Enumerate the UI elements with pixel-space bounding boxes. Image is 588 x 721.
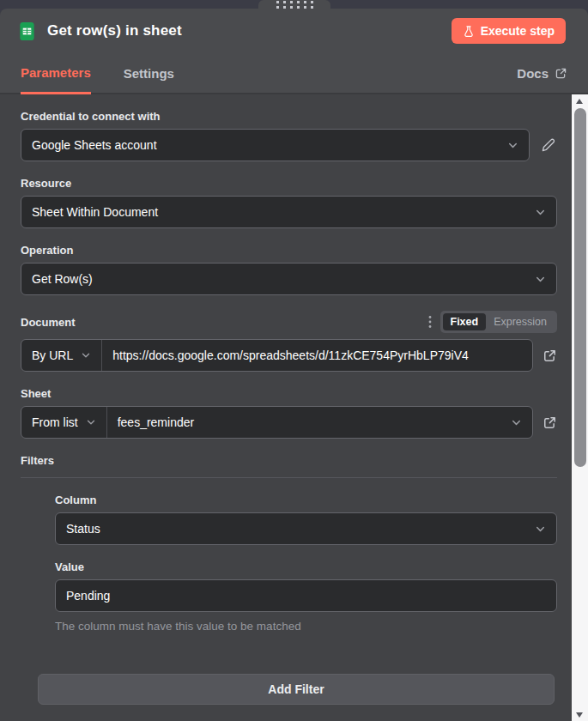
resource-label: Resource	[21, 177, 557, 190]
filter-column-select[interactable]: Status	[55, 512, 557, 545]
external-link-icon	[555, 67, 567, 80]
flask-icon	[463, 25, 475, 38]
scrollbar-down-arrow-icon[interactable]	[576, 712, 583, 718]
chevron-down-icon	[86, 417, 96, 427]
filter-value-label: Value	[55, 560, 557, 573]
tab-bar: Parameters Settings Docs	[0, 53, 588, 94]
vertical-scrollbar[interactable]	[572, 94, 588, 721]
sheet-control: From list fees_reminder	[21, 406, 533, 439]
filters-label: Filters	[21, 454, 557, 467]
chevron-down-icon	[535, 524, 546, 535]
operation-value: Get Row(s)	[32, 272, 93, 286]
document-mode-value: By URL	[32, 348, 73, 362]
docs-label: Docs	[517, 66, 549, 81]
chevron-down-icon	[507, 140, 518, 151]
add-filter-button[interactable]: Add Filter	[38, 674, 555, 705]
chevron-down-icon	[535, 274, 546, 285]
sheet-label: Sheet	[21, 387, 557, 400]
node-settings-panel: Get row(s) in sheet Execute step Paramet…	[0, 9, 588, 721]
chevron-down-icon	[511, 417, 522, 428]
filter-value-text: Pending	[66, 589, 110, 603]
open-sheet-external-icon[interactable]	[543, 415, 557, 430]
scrollbar-up-arrow-icon[interactable]	[576, 99, 583, 104]
credential-select[interactable]: Google Sheets account	[21, 129, 530, 161]
document-url-value: https://docs.google.com/spreadsheets/d/1…	[112, 348, 469, 362]
panel-header: Get row(s) in sheet Execute step	[0, 9, 588, 53]
panel-drag-handle[interactable]	[258, 0, 330, 9]
chevron-down-icon	[81, 350, 91, 360]
operation-label: Operation	[21, 244, 557, 257]
tab-settings[interactable]: Settings	[124, 53, 174, 93]
fixed-expression-toggle: Fixed Expression	[440, 311, 558, 333]
open-document-external-icon[interactable]	[543, 348, 557, 363]
parameters-pane: Credential to connect with Google Sheets…	[0, 94, 588, 721]
google-sheets-icon	[17, 21, 37, 41]
toggle-expression[interactable]: Expression	[486, 313, 555, 330]
document-label: Document	[21, 316, 76, 329]
document-control: By URL https://docs.google.com/spreadshe…	[21, 339, 533, 372]
filter-value-input[interactable]: Pending	[55, 579, 557, 612]
filter-value-hint: The column must have this value to be ma…	[55, 620, 557, 633]
sheet-value: fees_reminder	[118, 415, 195, 429]
docs-link[interactable]: Docs	[517, 53, 567, 93]
pencil-icon[interactable]	[539, 136, 557, 154]
scrollbar-thumb[interactable]	[574, 108, 586, 467]
chevron-down-icon	[535, 207, 546, 218]
document-mode-select[interactable]: By URL	[21, 340, 102, 371]
credential-value: Google Sheets account	[32, 138, 157, 152]
tab-parameters[interactable]: Parameters	[21, 53, 91, 94]
filter-column-value: Status	[66, 522, 100, 536]
resource-select[interactable]: Sheet Within Document	[21, 196, 557, 228]
grip-dots-icon	[276, 1, 313, 9]
filter-column-label: Column	[55, 494, 557, 506]
resource-value: Sheet Within Document	[32, 205, 158, 219]
execute-step-label: Execute step	[481, 24, 555, 38]
node-title: Get row(s) in sheet	[47, 22, 182, 39]
execute-step-button[interactable]: Execute step	[452, 18, 566, 44]
kebab-menu-icon[interactable]	[428, 315, 432, 329]
credential-label: Credential to connect with	[21, 110, 557, 123]
operation-select[interactable]: Get Row(s)	[21, 263, 557, 295]
sheet-mode-select[interactable]: From list	[21, 407, 107, 438]
sheet-select[interactable]: fees_reminder	[107, 407, 532, 438]
sheet-mode-value: From list	[32, 415, 78, 429]
document-url-input[interactable]: https://docs.google.com/spreadsheets/d/1…	[102, 340, 532, 371]
filters-divider	[21, 477, 557, 478]
toggle-fixed[interactable]: Fixed	[443, 313, 487, 330]
